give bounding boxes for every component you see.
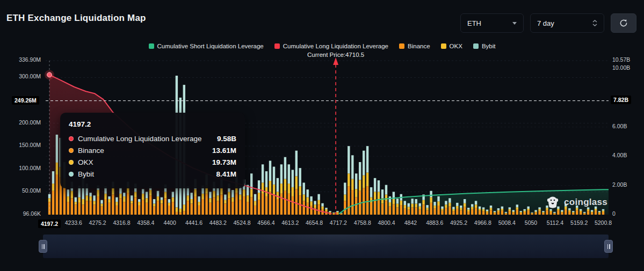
data-zoom-left-handle[interactable] [39,240,47,253]
tooltip-row-value: 13.61M [212,147,236,155]
x-axis-label: 4966.8 [474,219,491,226]
x-axis-label: 4758.8 [354,219,371,226]
series-dot-icon [69,160,74,165]
tooltip-title: 4197.2 [69,120,236,128]
chart-tooltip: 4197.2 Cumulative Long Liquidation Lever… [60,113,245,188]
y-axis-label: 4.00B [612,152,627,158]
x-axis-label: 5112.4 [547,219,563,226]
y-axis-label: 10.57B [612,56,630,63]
y-axis-label: 200.00M [0,119,41,126]
x-axis-label: 4483.2 [209,219,227,226]
tooltip-row-value: 19.73M [212,158,236,166]
x-axis-label: 4358.4 [137,219,154,226]
x-axis-label: 4654.8 [306,219,323,226]
tooltip-row-label: Binance [78,147,104,155]
series-dot-icon [69,148,74,153]
series-dot-icon [69,136,74,141]
x-axis-label: 4400 [163,219,176,226]
x-axis-label: 4524.8 [234,219,251,226]
y-axis-label: 6.00B [612,123,627,129]
y-axis-label: 336.90M [0,56,41,63]
x-axis-label: 4842 [404,219,417,226]
y-axis-label: 7.82B [611,96,631,104]
tooltip-row-binance: Binance 13.61M [69,147,236,155]
x-axis-label: 4800.4 [378,219,395,226]
series-dot-icon [69,172,74,177]
tooltip-row-bybit: Bybit 8.41M [69,170,236,178]
x-axis-label: 4233.6 [65,219,82,226]
data-zoom-slider[interactable] [43,235,609,258]
y-axis-label: 100.00M [0,165,41,171]
x-axis-label: 5159.2 [570,219,588,226]
x-axis-label: 4275.2 [89,219,106,226]
y-axis-label: 150.00M [0,142,41,148]
x-axis-label: 5008.4 [498,219,516,226]
x-axis-label: 4613.2 [281,219,299,226]
x-axis-label: 4925.2 [450,219,467,226]
x-axis-label: 4717.2 [330,219,347,226]
tooltip-row-label: Bybit [78,170,94,178]
y-axis-label: 249.26M [12,96,39,105]
x-axis-label: 4197.2 [38,219,61,228]
tooltip-row-label: OKX [78,158,93,166]
liquidation-map-app: ETH Exchange Liquidation Map ETH 7 day C… [0,0,644,271]
x-axis-label: 4566.4 [257,219,274,226]
coinglass-watermark-text: coinglass [564,197,607,208]
tooltip-row-okx: OKX 19.73M [69,158,236,166]
x-axis-label: 4316.8 [113,219,130,226]
y-axis-label: 300.00M [0,73,41,79]
coinglass-logo-icon [546,195,560,209]
x-axis-label: 5050 [525,219,537,226]
tooltip-row-long-leverage: Cumulative Long Liquidation Leverage 9.5… [69,135,236,143]
data-zoom-preview [235,235,439,247]
tooltip-row-value: 8.41M [216,170,236,178]
x-axis-label: 5200.8 [595,219,612,226]
data-zoom-right-handle[interactable] [604,240,613,253]
y-axis-label: 2.00B [612,181,627,188]
y-axis-label: 50.00M [0,187,41,194]
coinglass-watermark: coinglass [546,195,607,209]
tooltip-row-label: Cumulative Long Liquidation Leverage [78,135,201,143]
y-axis-label: 0 [612,210,616,217]
tooltip-row-value: 9.58B [217,135,236,143]
y-axis-label: 96.06K [0,210,41,217]
y-axis-label: 10.00B [612,64,630,71]
x-axis-label: 4441.6 [185,219,202,226]
x-axis-label: 4883.6 [426,219,443,226]
